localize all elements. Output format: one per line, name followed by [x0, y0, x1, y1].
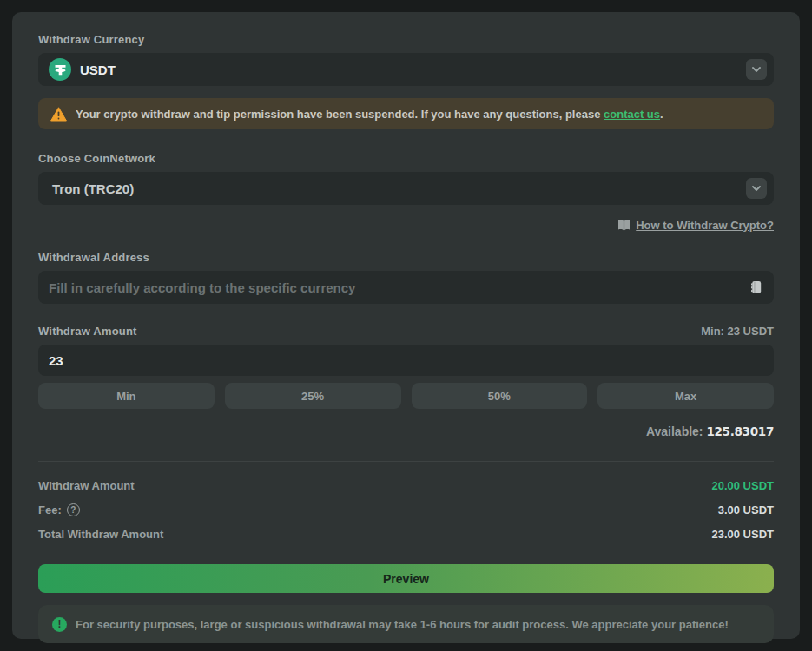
amount-input-wrap [38, 345, 774, 376]
withdraw-amount-input[interactable] [49, 353, 767, 368]
security-note: ! For security purposes, large or suspic… [38, 605, 774, 643]
paste-icon [749, 280, 762, 294]
withdrawal-address-label: Withdrawal Address [38, 251, 774, 264]
withdraw-summary: Withdraw Amount 20.00 USDT Fee: ? 3.00 U… [38, 479, 774, 541]
withdrawal-address-input[interactable] [49, 280, 744, 295]
paste-button[interactable] [744, 276, 767, 299]
coin-network-label: Choose CoinNetwork [38, 152, 774, 165]
info-exclamation-icon: ! [52, 617, 67, 632]
address-input-wrap [38, 271, 774, 304]
book-icon [617, 220, 630, 231]
amount-50-button[interactable]: 50% [412, 383, 588, 409]
network-selected-value: Tron (TRC20) [52, 181, 134, 196]
network-select[interactable]: Tron (TRC20) [38, 172, 774, 205]
warning-text: Your crypto withdraw and tip permission … [76, 108, 663, 121]
summary-amount-value: 20.00 USDT [711, 479, 774, 492]
available-balance-value: 125.83017 [706, 424, 774, 438]
withdraw-currency-label: Withdraw Currency [38, 33, 774, 46]
available-balance: Available: 125.83017 [38, 424, 774, 438]
currency-dropdown-button[interactable] [746, 59, 767, 80]
min-amount-note: Min: 23 USDT [701, 325, 774, 338]
summary-total-value: 23.00 USDT [711, 528, 774, 541]
amount-max-button[interactable]: Max [597, 383, 774, 409]
warning-triangle-icon [50, 107, 67, 122]
amount-min-button[interactable]: Min [38, 383, 215, 409]
currency-select[interactable]: USDT [38, 53, 774, 86]
currency-selected-value: USDT [80, 62, 116, 77]
how-to-withdraw-link[interactable]: How to Withdraw Crypto? [617, 219, 774, 232]
network-dropdown-button[interactable] [746, 178, 767, 199]
summary-row-fee: Fee: ? 3.00 USDT [38, 503, 774, 516]
contact-us-link[interactable]: contact us [604, 108, 660, 121]
security-note-text: For security purposes, large or suspicio… [76, 618, 729, 631]
summary-fee-value: 3.00 USDT [718, 503, 774, 516]
section-divider [38, 461, 774, 462]
tether-icon [49, 58, 71, 81]
withdraw-amount-label: Withdraw Amount [38, 325, 137, 338]
suspension-warning-banner: Your crypto withdraw and tip permission … [38, 98, 774, 129]
amount-25-button[interactable]: 25% [225, 383, 401, 409]
summary-row-amount: Withdraw Amount 20.00 USDT [38, 479, 774, 492]
chevron-down-icon [752, 67, 761, 72]
chevron-down-icon [752, 186, 761, 191]
withdraw-panel: Withdraw Currency USDT Your crypto withd… [12, 12, 800, 639]
fee-help-icon[interactable]: ? [67, 503, 80, 516]
preview-button[interactable]: Preview [38, 564, 774, 593]
summary-row-total: Total Withdraw Amount 23.00 USDT [38, 528, 774, 541]
